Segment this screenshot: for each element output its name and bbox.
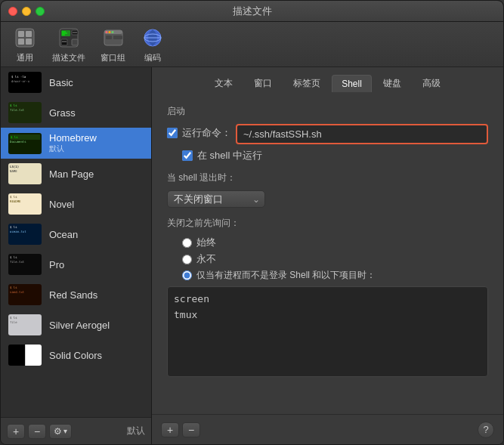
- gear-icon: ⚙: [54, 426, 62, 437]
- sidebar-item-pro[interactable]: $ ls file.txt Pro: [1, 249, 151, 280]
- detail-body: 启动 运行命令： 在 shell 中运行 当 shell: [152, 93, 503, 414]
- svg-rect-3: [18, 39, 24, 45]
- svg-rect-2: [26, 31, 32, 37]
- radio-always-row: 始终: [182, 236, 488, 249]
- thumb-novel: $ ls README: [8, 193, 42, 215]
- chevron-icon: ▾: [63, 427, 67, 435]
- thumb-homebrew: $ ls Documents: [8, 133, 42, 154]
- toolbar: 通用 描述文件: [1, 22, 503, 67]
- maximize-button[interactable]: [36, 7, 45, 16]
- tab-bar: 文本 窗口 标签页 Shell 键盘 高级: [152, 67, 503, 93]
- tab-window[interactable]: 窗口: [244, 73, 282, 93]
- sidebar-label-manpage: Man Page: [49, 168, 94, 180]
- radio-always-label: 始终: [196, 236, 216, 249]
- on-exit-select[interactable]: 不关闭窗口 关闭窗口 关闭标签页: [167, 190, 265, 208]
- help-button[interactable]: ?: [478, 422, 494, 438]
- tab-advanced[interactable]: 高级: [413, 73, 450, 93]
- run-in-shell-row: 在 shell 中运行: [182, 149, 488, 162]
- sidebar-bottom: + − ⚙ ▾ 默认: [1, 417, 151, 444]
- run-command-checkbox[interactable]: [167, 128, 178, 138]
- sidebar-sublabel-homebrew: 默认: [49, 144, 97, 154]
- sidebar: $ ls -la drwxr-xr-x Basic $ ls file.: [1, 67, 152, 444]
- svg-rect-21: [113, 36, 122, 39]
- encoding-icon: [141, 26, 165, 50]
- tab-tabs[interactable]: 标签页: [283, 73, 330, 93]
- profiles-icon: [57, 26, 81, 50]
- sidebar-list: $ ls -la drwxr-xr-x Basic $ ls file.: [1, 67, 151, 417]
- svg-rect-12: [61, 39, 67, 45]
- sidebar-label-redsands: Red Sands: [49, 289, 97, 301]
- toolbar-encoding[interactable]: 编码: [141, 26, 165, 63]
- minimize-button[interactable]: [22, 7, 31, 16]
- sidebar-item-redsands[interactable]: $ ls sand.txt Red Sands: [1, 280, 151, 310]
- toolbar-profiles[interactable]: 描述文件: [52, 26, 85, 63]
- window-title: 描述文件: [233, 5, 272, 18]
- sidebar-item-grass[interactable]: $ ls file.txt Grass: [1, 97, 151, 128]
- process-list-item-tmux: tmux: [174, 307, 481, 323]
- ask-before-close-title: 关闭之前先询问：: [167, 217, 488, 230]
- radio-if-processes[interactable]: [182, 270, 192, 280]
- process-list-item-screen: screen: [174, 292, 481, 307]
- detail-bottom-bar: + − ?: [152, 414, 503, 444]
- remove-process-button[interactable]: −: [182, 422, 200, 437]
- thumb-redsands: $ ls sand.txt: [8, 284, 42, 305]
- run-command-label: 运行命令：: [182, 126, 231, 140]
- titlebar: 描述文件: [1, 1, 503, 22]
- sidebar-item-ocean[interactable]: $ ls ocean.txt Ocean: [1, 219, 151, 249]
- on-exit-select-wrapper: 不关闭窗口 关闭窗口 关闭标签页: [167, 190, 265, 208]
- sidebar-item-manpage[interactable]: LS(1) NAME Man Page: [1, 159, 151, 189]
- tab-text[interactable]: 文本: [205, 73, 243, 93]
- on-exit-select-row: 不关闭窗口 关闭窗口 关闭标签页: [167, 190, 488, 208]
- add-profile-button[interactable]: +: [7, 424, 25, 439]
- sidebar-label-solidcolors: Solid Colors: [49, 350, 102, 361]
- thumb-manpage: LS(1) NAME: [8, 163, 42, 184]
- tab-keyboard[interactable]: 键盘: [373, 73, 411, 93]
- radio-always[interactable]: [182, 238, 192, 248]
- thumb-ocean: $ ls ocean.txt: [8, 224, 42, 245]
- run-in-shell-checkbox[interactable]: [182, 150, 193, 161]
- thumb-silveraerogel: $ ls file: [8, 314, 42, 335]
- radio-never-label: 永不: [196, 252, 216, 266]
- svg-rect-14: [72, 39, 78, 45]
- radio-ifprocesses-row: 仅当有进程而不是登录 Shell 和以下项目时：: [182, 269, 488, 282]
- general-icon: [13, 26, 37, 50]
- tab-shell[interactable]: Shell: [332, 75, 372, 92]
- svg-rect-1: [18, 31, 24, 37]
- remove-profile-button[interactable]: −: [28, 424, 46, 439]
- close-button[interactable]: [8, 7, 17, 16]
- gear-menu-button[interactable]: ⚙ ▾: [49, 424, 72, 439]
- detail-panel: 文本 窗口 标签页 Shell 键盘 高级: [152, 67, 503, 444]
- sidebar-label-grass: Grass: [49, 107, 76, 119]
- toolbar-general[interactable]: 通用: [13, 26, 37, 63]
- thumb-solidcolors: [8, 345, 42, 366]
- add-process-button[interactable]: +: [161, 422, 179, 437]
- run-command-checkbox-row: 运行命令：: [167, 126, 231, 140]
- main-content: $ ls -la drwxr-xr-x Basic $ ls file.: [1, 67, 503, 444]
- svg-point-19: [111, 31, 113, 33]
- sidebar-label-silveraerogel: Silver Aerogel: [49, 320, 110, 331]
- run-in-shell-label: 在 shell 中运行: [197, 149, 262, 162]
- svg-rect-4: [26, 39, 32, 45]
- traffic-lights: [8, 7, 45, 16]
- sidebar-label-homebrew: Homebrew: [49, 132, 97, 144]
- sidebar-item-basic[interactable]: $ ls -la drwxr-xr-x Basic: [1, 67, 151, 97]
- toolbar-window[interactable]: 窗口组: [100, 26, 125, 63]
- sidebar-item-homebrew[interactable]: $ ls Documents Homebrew 默认: [1, 128, 151, 159]
- radio-never-row: 永不: [182, 252, 488, 266]
- process-list-box: screen tmux: [167, 286, 488, 377]
- thumb-grass: $ ls file.txt: [8, 102, 42, 123]
- thumb-pro: $ ls file.txt: [8, 254, 42, 275]
- sidebar-item-solidcolors[interactable]: Solid Colors: [1, 340, 151, 370]
- run-command-input[interactable]: [236, 124, 488, 144]
- svg-rect-20: [106, 36, 112, 39]
- sidebar-label-pro: Pro: [49, 259, 64, 270]
- main-window: 描述文件 通用: [0, 0, 504, 445]
- sidebar-label-basic: Basic: [49, 77, 73, 88]
- radio-never[interactable]: [182, 255, 192, 264]
- sidebar-item-silveraerogel[interactable]: $ ls file Silver Aerogel: [1, 310, 151, 340]
- window-icon: [101, 26, 125, 50]
- run-command-row: 运行命令：: [167, 124, 488, 144]
- on-exit-section-title: 当 shell 退出时：: [167, 172, 488, 184]
- sidebar-label-ocean: Ocean: [49, 229, 78, 240]
- sidebar-item-novel[interactable]: $ ls README Novel: [1, 189, 151, 219]
